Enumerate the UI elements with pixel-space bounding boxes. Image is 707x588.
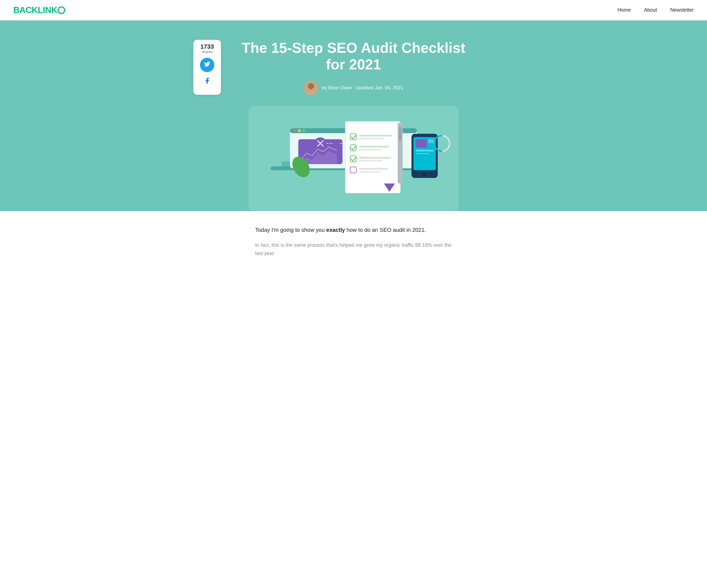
nav-links: Home About Newsletter bbox=[617, 7, 694, 13]
newsletter-link[interactable]: Newsletter bbox=[670, 7, 694, 13]
svg-rect-24 bbox=[359, 168, 388, 170]
svg-point-9 bbox=[298, 129, 301, 132]
twitter-icon bbox=[204, 61, 210, 69]
svg-point-10 bbox=[302, 129, 305, 132]
share-count: 1733 bbox=[198, 44, 216, 50]
site-logo[interactable]: BACKLINK bbox=[13, 5, 65, 15]
svg-rect-31 bbox=[416, 139, 427, 148]
facebook-icon bbox=[204, 77, 211, 86]
hero-section: 1733 shares The 15-Step SEO Audit Chec bbox=[0, 21, 707, 211]
svg-rect-34 bbox=[416, 153, 430, 154]
author-line: by Brian Dean · Updated Jan. 04, 2021 bbox=[229, 81, 478, 95]
svg-rect-18 bbox=[359, 146, 390, 148]
share-label: shares bbox=[198, 50, 216, 54]
svg-rect-27 bbox=[399, 127, 401, 141]
svg-rect-33 bbox=[416, 150, 434, 152]
home-link[interactable]: Home bbox=[617, 7, 631, 13]
svg-rect-22 bbox=[359, 160, 382, 161]
logo-o-circle bbox=[58, 6, 65, 14]
intro-paragraph: Today I'm going to show you exactly how … bbox=[255, 226, 452, 234]
svg-rect-32 bbox=[428, 139, 434, 143]
svg-rect-19 bbox=[359, 149, 381, 150]
twitter-share-button[interactable] bbox=[200, 58, 214, 72]
author-avatar bbox=[304, 81, 318, 95]
hero-inner: 1733 shares The 15-Step SEO Audit Chec bbox=[229, 37, 478, 211]
svg-rect-16 bbox=[359, 138, 384, 139]
facebook-share-button[interactable] bbox=[200, 74, 214, 89]
svg-rect-43 bbox=[333, 142, 339, 149]
content-section: Today I'm going to show you exactly how … bbox=[248, 211, 459, 269]
checklist-illustration bbox=[248, 106, 459, 211]
hero-image-card bbox=[248, 106, 459, 211]
svg-point-8 bbox=[294, 129, 296, 132]
about-link[interactable]: About bbox=[644, 7, 657, 13]
svg-point-1 bbox=[308, 83, 314, 89]
svg-rect-25 bbox=[359, 171, 380, 172]
svg-rect-21 bbox=[359, 157, 391, 159]
secondary-paragraph: In fact, this is the same process that's… bbox=[255, 241, 452, 258]
author-text: by Brian Dean · Updated Jan. 04, 2021 bbox=[322, 85, 403, 91]
share-widget: 1733 shares bbox=[193, 40, 221, 95]
svg-rect-23 bbox=[350, 167, 356, 173]
page-title: The 15-Step SEO Audit Checklist for 2021 bbox=[229, 37, 478, 73]
svg-point-35 bbox=[422, 172, 427, 177]
svg-rect-15 bbox=[359, 135, 392, 136]
navbar: BACKLINK Home About Newsletter bbox=[0, 0, 707, 21]
